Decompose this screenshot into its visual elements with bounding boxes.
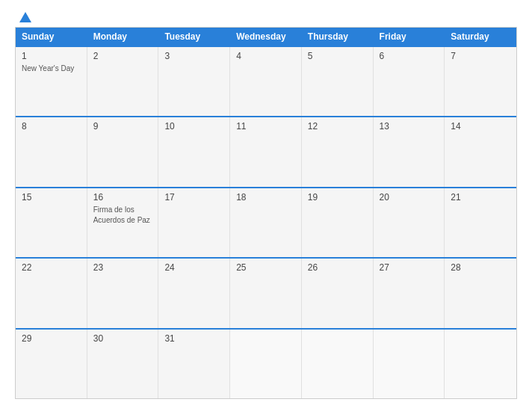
- day-cell: 28: [445, 259, 516, 327]
- day-number: 31: [164, 333, 223, 344]
- day-cell: 17: [158, 188, 230, 257]
- day-cell: 19: [302, 188, 374, 257]
- day-number: 16: [93, 192, 152, 203]
- holiday-name: New Year's Day: [22, 64, 74, 72]
- day-cell: 24: [158, 259, 230, 327]
- days-header-row: SundayMondayTuesdayWednesdayThursdayFrid…: [16, 28, 516, 46]
- day-cell: 10: [158, 117, 230, 186]
- day-cell: 22: [16, 259, 87, 327]
- day-number: 11: [236, 121, 295, 132]
- day-cell: 27: [374, 259, 445, 327]
- day-header-thursday: Thursday: [302, 28, 374, 46]
- day-cell: 21: [445, 188, 516, 257]
- day-cell: 2: [87, 47, 159, 116]
- day-cell: 15: [16, 188, 87, 257]
- week-row-1: 1New Year's Day234567: [16, 46, 516, 116]
- day-number: 23: [93, 262, 152, 273]
- day-number: 12: [308, 121, 367, 132]
- day-number: 8: [22, 121, 81, 132]
- day-cell: 7: [445, 47, 516, 116]
- weeks-container: 1New Year's Day2345678910111213141516Fir…: [16, 46, 516, 398]
- calendar: SundayMondayTuesdayWednesdayThursdayFrid…: [15, 27, 517, 399]
- day-number: 10: [164, 121, 223, 132]
- day-cell: 25: [230, 259, 302, 327]
- day-cell: 14: [445, 117, 516, 186]
- day-number: 4: [236, 51, 295, 61]
- day-number: 9: [93, 121, 152, 132]
- day-number: 15: [22, 192, 81, 203]
- day-cell: 11: [230, 117, 302, 186]
- day-number: 5: [308, 51, 367, 61]
- week-row-5: 293031: [16, 328, 516, 398]
- day-cell: 30: [87, 330, 159, 398]
- day-number: 22: [22, 262, 81, 273]
- day-number: 25: [236, 262, 295, 273]
- day-cell: [230, 330, 302, 398]
- day-number: 30: [93, 333, 152, 344]
- day-number: 17: [164, 192, 223, 203]
- holiday-name: Firma de los Acuerdos de Paz: [93, 206, 150, 224]
- day-number: 28: [451, 262, 510, 273]
- day-number: 14: [451, 121, 510, 132]
- day-cell: 6: [374, 47, 445, 116]
- day-number: 13: [380, 121, 439, 132]
- day-cell: 16Firma de los Acuerdos de Paz: [87, 188, 159, 257]
- day-cell: 12: [302, 117, 374, 186]
- week-row-4: 22232425262728: [16, 257, 516, 327]
- day-cell: 1New Year's Day: [16, 47, 87, 116]
- day-cell: [374, 330, 445, 398]
- day-header-wednesday: Wednesday: [230, 28, 302, 46]
- day-cell: 5: [302, 47, 374, 116]
- day-cell: 29: [16, 330, 87, 398]
- day-number: 29: [22, 333, 81, 344]
- day-number: 2: [93, 51, 152, 61]
- day-cell: 31: [158, 330, 230, 398]
- day-header-monday: Monday: [87, 28, 159, 46]
- day-number: 3: [164, 51, 223, 61]
- day-cell: 9: [87, 117, 159, 186]
- week-row-3: 1516Firma de los Acuerdos de Paz17181920…: [16, 187, 516, 257]
- day-cell: [302, 330, 374, 398]
- day-number: 1: [22, 51, 81, 61]
- day-number: 26: [308, 262, 367, 273]
- day-cell: 13: [374, 117, 445, 186]
- header: [15, 12, 517, 22]
- day-cell: 4: [230, 47, 302, 116]
- day-header-sunday: Sunday: [16, 28, 87, 46]
- day-header-saturday: Saturday: [445, 28, 516, 46]
- day-header-friday: Friday: [374, 28, 445, 46]
- day-cell: 26: [302, 259, 374, 327]
- day-cell: 20: [374, 188, 445, 257]
- week-row-2: 891011121314: [16, 116, 516, 186]
- day-number: 7: [451, 51, 510, 61]
- logo-triangle-icon: [19, 12, 31, 22]
- day-number: 6: [380, 51, 439, 61]
- day-number: 24: [164, 262, 223, 273]
- day-header-tuesday: Tuesday: [158, 28, 230, 46]
- logo: [15, 12, 34, 22]
- day-number: 21: [451, 192, 510, 203]
- day-cell: 8: [16, 117, 87, 186]
- day-cell: 18: [230, 188, 302, 257]
- day-number: 18: [236, 192, 295, 203]
- day-cell: 3: [158, 47, 230, 116]
- day-number: 19: [308, 192, 367, 203]
- day-cell: [445, 330, 516, 398]
- day-number: 27: [380, 262, 439, 273]
- day-cell: 23: [87, 259, 159, 327]
- calendar-page: SundayMondayTuesdayWednesdayThursdayFrid…: [0, 0, 532, 411]
- day-number: 20: [380, 192, 439, 203]
